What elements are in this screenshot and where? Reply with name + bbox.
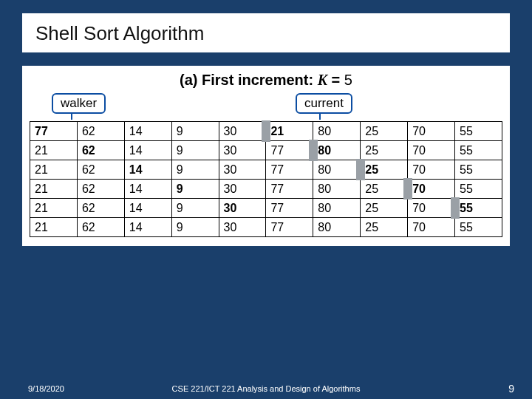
array-cell: 70 [408,218,455,237]
array-cell: 77 [266,180,313,199]
array-cell: 70 [408,199,455,218]
array-cell: 9 [171,122,219,141]
array-cell: 14 [124,180,171,199]
array-cell: 25 [361,160,408,180]
caption-kval: 5 [344,72,352,88]
array-cell: 80 [313,160,361,180]
array-cell: 25 [361,122,408,141]
array-grid: 7762149302180257055216214930778025705521… [30,121,502,237]
array-cell: 62 [77,199,124,218]
array-cell: 21 [30,199,78,218]
current-leader [319,112,321,120]
array-cell: 14 [124,160,171,180]
table-row: 2162149307780257055 [30,180,502,199]
caption-prefix: (a) [180,72,202,88]
array-cell: 30 [219,141,266,160]
array-cell: 80 [313,141,361,160]
array-cell: 25 [361,218,408,237]
table-row: 7762149302180257055 [30,122,502,141]
array-cell: 55 [455,122,502,141]
walker-label: walker [52,93,106,114]
array-cell: 62 [77,218,124,237]
array-cell: 14 [124,141,171,160]
array-cell: 55 [455,160,502,180]
array-cell: 80 [313,218,361,237]
pointer-labels: walker current [30,93,502,118]
array-cell: 55 [455,199,502,218]
array-cell: 62 [77,160,124,180]
array-cell: 9 [171,160,219,180]
page-number: 9 [508,383,514,395]
figure-caption: (a) First increment: K = 5 [30,72,502,89]
current-label: current [296,93,352,114]
caption-k: K [318,72,327,88]
array-cell: 9 [171,180,219,199]
array-cell: 30 [219,218,266,237]
array-cell: 70 [408,122,455,141]
array-cell: 77 [266,160,313,180]
array-cell: 14 [124,122,171,141]
array-cell: 9 [171,141,219,160]
array-cell: 70 [408,160,455,180]
array-cell: 80 [313,180,361,199]
array-cell: 25 [361,180,408,199]
table-row: 2162149307780257055 [30,160,502,180]
array-cell: 80 [313,122,361,141]
array-cell: 30 [219,199,266,218]
array-cell: 30 [219,122,266,141]
array-cell: 77 [30,122,78,141]
array-cell: 55 [455,141,502,160]
array-cell: 62 [77,141,124,160]
array-cell: 21 [30,180,78,199]
array-cell: 70 [408,180,455,199]
array-cell: 9 [171,218,219,237]
caption-eq: = [327,72,344,88]
array-cell: 62 [77,122,124,141]
footer-course: CSE 221/ICT 221 Analysis and Design of A… [0,384,532,393]
array-cell: 25 [361,141,408,160]
array-cell: 21 [30,218,78,237]
array-cell: 77 [266,141,313,160]
array-cell: 14 [124,218,171,237]
array-cell: 25 [361,199,408,218]
array-cell: 21 [30,160,78,180]
array-cell: 80 [313,199,361,218]
content-area: (a) First increment: K = 5 walker curren… [22,66,510,246]
array-cell: 30 [219,180,266,199]
table-row: 2162149307780257055 [30,199,502,218]
array-cell: 70 [408,141,455,160]
walker-leader [71,112,72,120]
table-row: 2162149307780257055 [30,141,502,160]
array-cell: 9 [171,199,219,218]
array-cell: 77 [266,199,313,218]
array-cell: 55 [455,180,502,199]
array-cell: 14 [124,199,171,218]
array-cell: 62 [77,180,124,199]
array-cell: 21 [30,141,78,160]
array-cell: 30 [219,160,266,180]
title-bar: Shell Sort Algorithm [22,13,510,52]
array-cell: 55 [455,218,502,237]
array-cell: 77 [266,218,313,237]
slide-title: Shell Sort Algorithm [35,22,497,45]
table-row: 2162149307780257055 [30,218,502,237]
caption-bold: First increment: [202,72,318,88]
array-cell: 21 [266,122,313,141]
